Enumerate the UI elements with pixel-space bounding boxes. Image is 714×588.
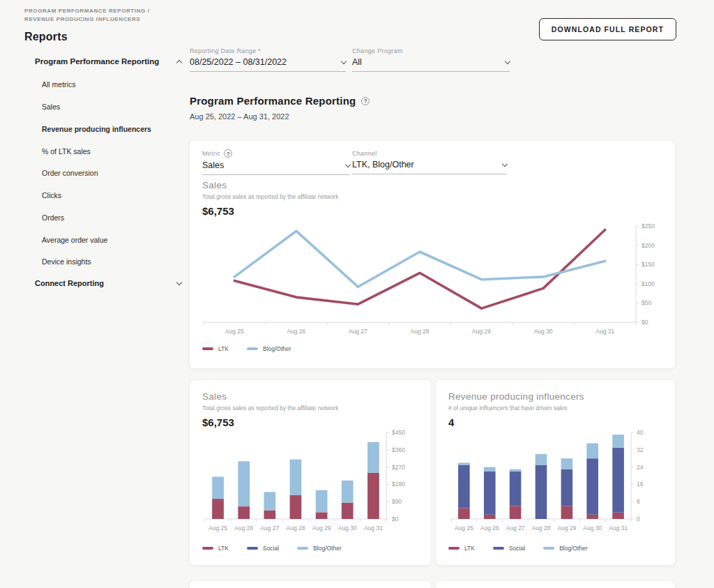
svg-text:Aug 25: Aug 25: [455, 525, 473, 532]
sidebar-item-percent-of-ltk-sales[interactable]: % of LTK sales: [42, 147, 174, 156]
chart-subtitle: Total gross sales as reported by the aff…: [202, 193, 338, 200]
sidebar-section-label: Program Performance Reporting: [35, 57, 159, 66]
change-program-select[interactable]: Change Program All: [352, 47, 510, 72]
svg-text:32: 32: [637, 446, 644, 453]
card-partial: [190, 581, 431, 588]
reporting-date-range-select[interactable]: Reporting Date Range * 08/25/2022 – 08/3…: [190, 47, 346, 72]
legend-swatch: [202, 547, 213, 550]
svg-text:Aug 28: Aug 28: [287, 525, 305, 532]
sales-bar-card: Sales Total gross sales as reported by t…: [190, 380, 431, 565]
chevron-down-icon: [502, 160, 508, 166]
legend-label: LTK: [464, 545, 475, 552]
sidebar-item-average-order-value[interactable]: Average order value: [42, 236, 174, 244]
svg-text:$50: $50: [641, 299, 651, 306]
help-icon[interactable]: ?: [224, 149, 232, 158]
svg-text:Aug 27: Aug 27: [260, 525, 279, 532]
channel-value: LTK, Blog/Other: [352, 160, 414, 169]
sidebar-section-connect-reporting[interactable]: Connect Reporting: [35, 279, 181, 287]
metric-select[interactable]: Metric ? Sales: [202, 149, 350, 175]
legend-swatch: [202, 347, 213, 350]
legend-item-social: Social: [493, 545, 525, 552]
card-partial: [436, 581, 675, 588]
legend-item-blog-other: Blog/Other: [297, 545, 342, 552]
channel-label: Channel: [352, 150, 377, 157]
chart-subtitle: Total gross sales as reported by the aff…: [202, 405, 418, 412]
svg-text:$450: $450: [392, 429, 405, 436]
reporting-date-range-value: 08/25/2022 – 08/31/2022: [190, 57, 287, 67]
svg-text:40: 40: [637, 429, 644, 436]
svg-text:8: 8: [637, 498, 640, 505]
chart-total-value: $6,753: [202, 205, 338, 217]
legend-swatch: [448, 547, 459, 550]
sidebar-item-sales[interactable]: Sales: [42, 103, 174, 111]
sidebar-section-label: Connect Reporting: [35, 279, 104, 287]
sidebar-item-orders[interactable]: Orders: [42, 213, 174, 222]
svg-text:Aug 29: Aug 29: [557, 525, 576, 532]
report-date-range: Aug 25, 2022 – Aug 31, 2022: [190, 112, 289, 121]
svg-text:$90: $90: [392, 498, 402, 505]
svg-text:Aug 28: Aug 28: [411, 328, 430, 335]
chevron-down-icon: [505, 58, 510, 63]
chart-legend: LTKSocialBlog/Other: [448, 545, 588, 552]
change-program-label: Change Program: [352, 47, 510, 54]
legend-item-blog-other: Blog/Other: [247, 345, 291, 352]
sales-stacked-bar-chart: $0$90$180$270$360$450Aug 25Aug 26Aug 27A…: [198, 425, 416, 536]
channel-select[interactable]: Channel LTK, Blog/Other: [352, 149, 507, 174]
legend-label: Blog/Other: [313, 545, 342, 552]
svg-text:0: 0: [637, 515, 640, 522]
svg-text:Aug 30: Aug 30: [583, 525, 602, 532]
chevron-down-icon: [345, 161, 351, 167]
svg-text:Aug 26: Aug 26: [287, 328, 305, 335]
chart-title: Sales: [202, 180, 338, 190]
metric-label: Metric: [202, 150, 220, 157]
svg-text:$150: $150: [641, 261, 655, 268]
svg-text:$180: $180: [392, 481, 405, 488]
sidebar-item-revenue-producing-influencers[interactable]: Revenue producing influencers: [42, 125, 174, 133]
svg-text:$100: $100: [641, 280, 655, 287]
chevron-up-icon: [176, 59, 182, 65]
legend-label: LTK: [218, 345, 229, 352]
chart-legend: LTKBlog/Other: [202, 345, 291, 352]
legend-item-social: Social: [247, 545, 279, 552]
chart-title: Revenue producing influencers: [448, 391, 662, 402]
svg-text:Aug 25: Aug 25: [225, 328, 244, 335]
sales-trend-card: Metric ? Sales Channel LTK, Blog/Other S…: [190, 141, 675, 368]
legend-swatch: [493, 547, 504, 550]
sidebar-section-program-performance-reporting[interactable]: Program Performance Reporting: [35, 57, 181, 66]
chevron-down-icon: [341, 58, 347, 63]
legend-item-ltk: LTK: [202, 345, 229, 352]
legend-swatch: [247, 547, 258, 550]
svg-text:Aug 25: Aug 25: [208, 525, 227, 532]
svg-text:Aug 30: Aug 30: [534, 328, 553, 335]
svg-text:Aug 27: Aug 27: [349, 328, 367, 335]
svg-text:Aug 29: Aug 29: [472, 328, 491, 335]
sidebar-item-clicks[interactable]: Clicks: [42, 191, 174, 199]
legend-swatch: [543, 547, 554, 550]
download-full-report-button[interactable]: Download Full Report: [539, 18, 676, 40]
metric-value: Sales: [202, 160, 224, 170]
svg-text:$250: $250: [641, 223, 655, 229]
svg-text:$360: $360: [392, 446, 405, 453]
svg-text:Aug 31: Aug 31: [595, 328, 614, 335]
legend-item-ltk: LTK: [202, 545, 229, 552]
svg-text:Aug 26: Aug 26: [234, 525, 253, 532]
legend-label: Blog/Other: [263, 345, 291, 352]
sidebar-item-all-metrics[interactable]: All metrics: [42, 80, 174, 89]
report-title: Program Performance Reporting ?: [190, 95, 370, 107]
svg-text:$0: $0: [641, 319, 648, 326]
breadcrumb: Program Performance Reporting / Revenue …: [24, 7, 174, 24]
help-icon[interactable]: ?: [361, 97, 370, 105]
svg-text:Aug 26: Aug 26: [480, 525, 499, 532]
influencers-bar-card: Revenue producing influencers # of uniqu…: [436, 380, 675, 565]
page-title: Reports: [24, 31, 68, 43]
sidebar-item-device-insights[interactable]: Device insights: [42, 257, 174, 266]
legend-label: Social: [263, 545, 279, 552]
reporting-date-range-label: Reporting Date Range *: [190, 47, 346, 54]
legend-swatch: [297, 547, 308, 550]
change-program-value: All: [352, 57, 362, 67]
sidebar-item-order-conversion[interactable]: Order conversion: [42, 169, 174, 177]
svg-text:Aug 27: Aug 27: [506, 525, 525, 532]
svg-text:24: 24: [637, 464, 644, 471]
svg-text:$0: $0: [392, 515, 399, 522]
legend-label: Blog/Other: [559, 545, 588, 552]
